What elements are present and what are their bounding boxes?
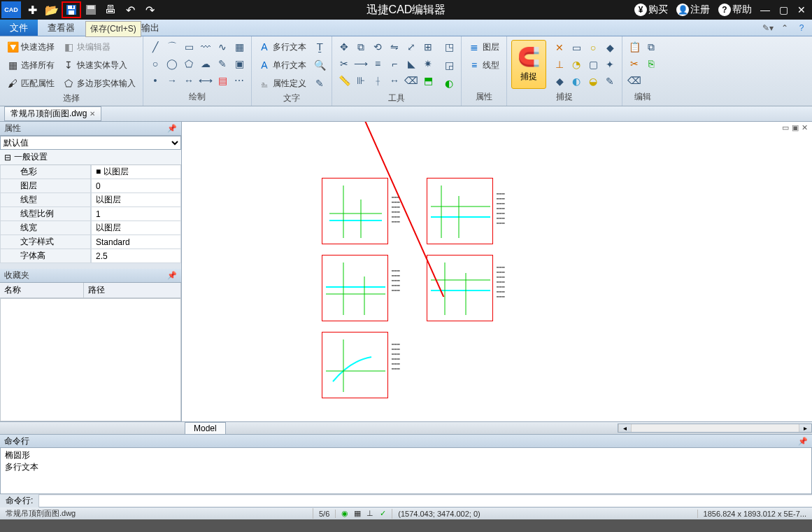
polar-status-icon[interactable]: ✓ <box>378 509 387 519</box>
rotate-icon[interactable]: ⟲ <box>370 39 385 55</box>
qat-save[interactable] <box>62 1 81 18</box>
drawing-canvas[interactable]: ▭ ▣ ✕ ━━━━━━━━━━━━━━━━━━ ━━━━━━━━━━━━━━━… <box>182 122 812 421</box>
qat-open[interactable]: 📂 <box>42 1 62 18</box>
offset-icon[interactable]: ≡ <box>370 56 385 71</box>
ribbon-help-icon[interactable]: ? <box>795 22 808 34</box>
cloud-icon[interactable]: ☁ <box>198 56 213 71</box>
chamfer-icon[interactable]: ◣ <box>404 56 419 71</box>
tab-viewer[interactable]: 查看器 <box>38 20 85 36</box>
pen-icon[interactable]: ✎ <box>215 56 230 71</box>
qat-redo[interactable]: ↷ <box>140 1 159 18</box>
tool-b-icon[interactable]: ◲ <box>441 57 457 73</box>
hscroll[interactable]: ◂▸ <box>618 424 812 433</box>
array-icon[interactable]: ⊞ <box>420 39 436 55</box>
mtext[interactable]: A多行文本 <box>256 39 309 55</box>
del-icon[interactable]: ⌫ <box>627 73 642 88</box>
match-props[interactable]: 🖌匹配属性 <box>4 76 57 91</box>
qat-undo[interactable]: ↶ <box>120 1 140 18</box>
block-editor[interactable]: ◧块编辑器 <box>60 39 138 55</box>
erase-icon[interactable]: ⌫ <box>404 73 419 88</box>
dtext[interactable]: A单行文本 <box>256 57 309 73</box>
point-icon[interactable]: • <box>148 73 163 88</box>
snap-ext-icon[interactable]: ◆ <box>552 74 567 89</box>
block-insert-icon[interactable]: ▣ <box>232 56 247 71</box>
align-icon[interactable]: ⊪ <box>353 73 369 88</box>
ribbon-min-icon[interactable]: ⌃ <box>778 22 791 34</box>
layers-btn[interactable]: ≣图层 <box>466 39 502 55</box>
rect-icon[interactable]: ▭ <box>181 39 197 55</box>
group-icon[interactable]: ⬒ <box>420 73 436 88</box>
close-panel-icon[interactable]: ✕ <box>802 123 808 132</box>
pin-icon[interactable]: 📌 <box>167 271 177 280</box>
mirror-icon[interactable]: ⇋ <box>387 39 402 55</box>
prop-val[interactable]: 2.5 <box>91 249 181 263</box>
dim-icon[interactable]: ⟷ <box>198 73 213 88</box>
measure-icon[interactable]: 📏 <box>336 73 352 88</box>
copy-icon[interactable]: ⧉ <box>353 39 369 55</box>
snap-app-icon[interactable]: ◒ <box>585 74 601 89</box>
snap-end-icon[interactable]: ✕ <box>552 40 567 55</box>
doc-close-icon[interactable]: ✕ <box>90 110 95 118</box>
pin-icon[interactable]: 📌 <box>798 437 808 446</box>
close-button[interactable]: ✕ <box>794 2 809 18</box>
paste2-icon[interactable]: ⎘ <box>643 56 659 71</box>
properties-dropdown[interactable]: 默认值 <box>0 136 181 150</box>
paste-icon[interactable]: 📋 <box>627 39 642 55</box>
qat-new[interactable]: ✚ <box>22 1 42 18</box>
extend-icon[interactable]: ⟶ <box>353 56 369 71</box>
text-style-icon[interactable]: Ṯ <box>312 39 327 55</box>
circle-icon[interactable]: ○ <box>148 56 163 71</box>
polyline-icon[interactable]: 〰 <box>198 39 213 55</box>
move-icon[interactable]: ✥ <box>336 39 352 55</box>
snap-big-button[interactable]: 🧲 捕捉 <box>511 40 546 89</box>
qat-saveas[interactable] <box>81 1 101 18</box>
arc-icon[interactable]: ⌒ <box>164 39 180 55</box>
max-panel-icon[interactable]: ▣ <box>792 123 799 132</box>
quick-select[interactable]: 🔽快速选择 <box>4 39 57 55</box>
snap-status-icon[interactable]: ◉ <box>340 509 350 519</box>
snap-node-icon[interactable]: ▢ <box>585 57 601 72</box>
snap-par-icon[interactable]: ◐ <box>569 74 584 89</box>
attdef[interactable]: ⎁属性定义 <box>256 76 309 91</box>
snap-ins-icon[interactable]: ✎ <box>602 74 618 89</box>
table-icon[interactable]: ▤ <box>215 73 230 88</box>
polygon-entity-input[interactable]: ⬠多边形实体输入 <box>60 76 138 91</box>
snap-near-icon[interactable]: ✦ <box>602 57 618 72</box>
qat-print[interactable]: 🖶 <box>101 1 120 18</box>
prop-val[interactable]: 0 <box>91 179 181 193</box>
fillet-icon[interactable]: ⌐ <box>387 56 402 71</box>
register-button[interactable]: 👤注册 <box>674 2 713 18</box>
prop-val[interactable]: ■ 以图层 <box>91 165 181 179</box>
ellipse-icon[interactable]: ◯ <box>164 56 180 71</box>
trim-icon[interactable]: ✂ <box>336 56 352 71</box>
prop-section[interactable]: ⊟ 一般设置 <box>0 150 181 165</box>
scale-icon[interactable]: ⤢ <box>404 39 419 55</box>
command-input[interactable] <box>39 496 812 507</box>
maximize-button[interactable]: ▢ <box>776 2 791 18</box>
stretch-icon[interactable]: ↔ <box>387 73 402 88</box>
prop-val[interactable]: Standard <box>91 235 181 249</box>
help-button[interactable]: ?帮助 <box>715 2 755 18</box>
polygon-draw-icon[interactable]: ⬠ <box>181 56 197 71</box>
model-space-tab[interactable]: Model <box>185 422 226 434</box>
document-tab[interactable]: 常规吊顶剖面图.dwg ✕ <box>4 106 101 121</box>
tool-a-icon[interactable]: ◳ <box>441 39 457 55</box>
xline-icon[interactable]: ↔ <box>181 73 197 88</box>
snap-tan-icon[interactable]: ◔ <box>569 57 584 72</box>
pin-icon[interactable]: 📌 <box>167 124 177 133</box>
ray-icon[interactable]: → <box>164 73 180 88</box>
text-find-icon[interactable]: 🔍 <box>312 57 327 73</box>
explode-icon[interactable]: ✷ <box>420 56 436 71</box>
snap-cen-icon[interactable]: ○ <box>585 40 601 55</box>
snap-perp-icon[interactable]: ⊥ <box>552 57 567 72</box>
tab-file[interactable]: 文件 <box>0 20 38 36</box>
ortho-status-icon[interactable]: ⊥ <box>365 509 375 519</box>
more-draw-icon[interactable]: ⋯ <box>232 73 247 88</box>
break-icon[interactable]: ⟊ <box>370 73 385 88</box>
minimize-button[interactable]: — <box>757 2 773 18</box>
select-all[interactable]: ▦选择所有 <box>4 57 57 73</box>
text-edit-icon[interactable]: ✎ <box>312 76 327 91</box>
linetype-btn[interactable]: ≡线型 <box>466 57 502 73</box>
cut-icon[interactable]: ✂ <box>627 56 642 71</box>
snap-mid-icon[interactable]: ▭ <box>569 40 584 55</box>
